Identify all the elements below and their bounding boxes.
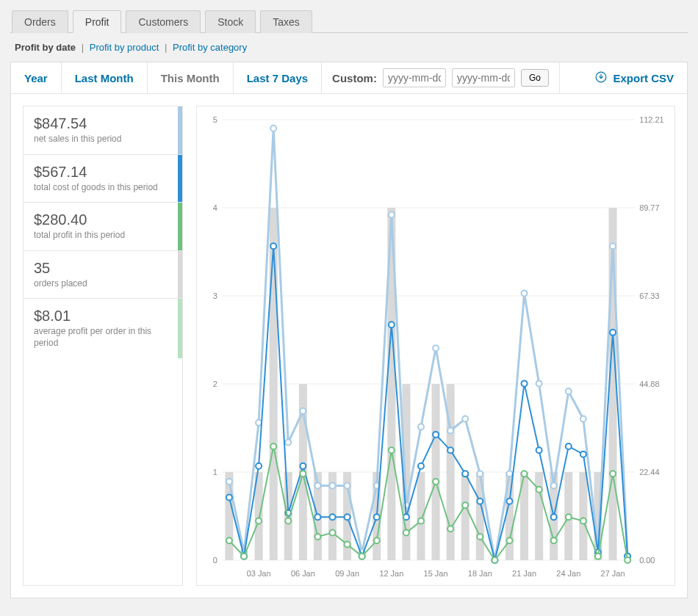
svg-point-124	[403, 530, 409, 536]
stat-color-bar	[178, 251, 182, 299]
svg-point-56	[226, 479, 232, 485]
tab-profit[interactable]: Profit	[73, 10, 122, 33]
custom-go-button[interactable]: Go	[521, 69, 549, 87]
stat-item[interactable]: 35orders placed	[24, 251, 182, 300]
range-tab-last-7-days[interactable]: Last 7 Days	[234, 62, 322, 93]
subnav-current: Profit by date	[15, 42, 76, 53]
stat-label: total profit in this period	[34, 230, 168, 242]
report-panel: YearLast MonthThis MonthLast 7 Days Cust…	[10, 62, 688, 598]
svg-text:89.77: 89.77	[639, 203, 659, 212]
svg-point-134	[551, 537, 557, 543]
svg-point-103	[506, 499, 512, 504]
stat-item[interactable]: $8.01average profit per order in this pe…	[24, 299, 182, 358]
svg-point-62	[314, 482, 320, 488]
svg-point-133	[536, 487, 542, 493]
svg-text:06 Jan: 06 Jan	[291, 569, 315, 578]
svg-point-120	[345, 542, 350, 548]
svg-point-114	[256, 518, 262, 524]
svg-point-60	[285, 440, 291, 446]
report-tabs: OrdersProfitCustomersStockTaxes	[10, 10, 688, 33]
svg-point-116	[285, 518, 291, 524]
stat-label: total cost of goods in this period	[34, 182, 168, 194]
svg-point-121	[359, 554, 365, 559]
svg-text:22.44: 22.44	[639, 468, 659, 477]
svg-point-97	[418, 463, 424, 469]
range-tab-year[interactable]: Year	[11, 62, 62, 93]
svg-point-71	[447, 428, 453, 434]
svg-point-72	[462, 416, 468, 422]
svg-point-64	[345, 482, 350, 488]
svg-point-126	[433, 479, 439, 485]
tab-taxes[interactable]: Taxes	[260, 10, 312, 33]
svg-point-135	[566, 514, 572, 520]
svg-point-70	[433, 345, 439, 351]
stat-item[interactable]: $280.40total profit in this period	[24, 203, 182, 251]
svg-text:1: 1	[213, 468, 217, 477]
svg-rect-42	[432, 384, 440, 560]
subnav-by-category[interactable]: Profit by category	[173, 42, 247, 53]
svg-point-129	[477, 534, 483, 540]
separator: |	[82, 42, 84, 53]
svg-text:67.33: 67.33	[639, 291, 659, 300]
svg-point-95	[389, 322, 395, 327]
svg-point-122	[374, 537, 380, 543]
svg-text:12 Jan: 12 Jan	[379, 569, 403, 578]
stat-label: net sales in this period	[34, 134, 168, 145]
svg-text:15 Jan: 15 Jan	[424, 569, 448, 578]
svg-point-101	[477, 499, 483, 504]
svg-text:5: 5	[213, 115, 217, 124]
svg-point-94	[374, 514, 380, 520]
svg-point-112	[226, 537, 232, 543]
svg-text:27 Jan: 27 Jan	[601, 569, 625, 578]
svg-point-87	[270, 243, 276, 249]
svg-point-106	[551, 514, 557, 520]
svg-point-76	[522, 290, 528, 296]
subnav-by-product[interactable]: Profit by product	[90, 42, 159, 53]
export-csv-button[interactable]: Export CSV	[582, 62, 687, 93]
range-tab-last-month[interactable]: Last Month	[62, 62, 148, 93]
svg-text:2: 2	[213, 380, 217, 388]
download-icon	[595, 71, 607, 85]
svg-text:18 Jan: 18 Jan	[468, 569, 492, 578]
svg-point-80	[580, 416, 586, 422]
stat-color-bar	[178, 155, 182, 203]
svg-text:112.21: 112.21	[639, 115, 664, 124]
stat-value: 35	[34, 260, 168, 277]
range-tab-this-month[interactable]: This Month	[148, 62, 234, 93]
stat-item[interactable]: $567.14total cost of goods in this perio…	[24, 155, 182, 203]
stat-label: average profit per order in this period	[34, 326, 168, 349]
svg-point-117	[300, 471, 306, 477]
svg-point-125	[418, 518, 424, 524]
custom-label: Custom:	[332, 72, 377, 84]
tab-stock[interactable]: Stock	[205, 10, 256, 33]
stat-value: $8.01	[34, 308, 168, 325]
svg-text:21 Jan: 21 Jan	[512, 569, 536, 578]
svg-point-99	[447, 447, 453, 453]
svg-text:4: 4	[213, 203, 217, 212]
profit-subnav: Profit by date | Profit by product | Pro…	[10, 33, 688, 62]
svg-point-127	[447, 526, 453, 532]
date-range-bar: YearLast MonthThis MonthLast 7 Days Cust…	[11, 62, 687, 94]
stat-color-bar	[178, 106, 182, 154]
tab-orders[interactable]: Orders	[12, 10, 68, 33]
svg-point-118	[314, 534, 320, 540]
stat-label: orders placed	[34, 278, 168, 290]
profit-chart: 0123450.0022.4444.8867.3389.77112.2103 J…	[196, 106, 675, 586]
export-csv-label: Export CSV	[613, 72, 674, 84]
svg-point-91	[330, 514, 336, 520]
svg-point-67	[389, 211, 395, 217]
svg-point-82	[610, 243, 616, 249]
summary-stats: $847.54net sales in this period$567.14to…	[23, 106, 183, 586]
svg-rect-41	[417, 472, 425, 560]
stat-item[interactable]: $847.54net sales in this period	[24, 106, 182, 155]
tab-customers[interactable]: Customers	[126, 10, 201, 33]
svg-point-63	[330, 482, 336, 488]
svg-point-138	[610, 471, 616, 477]
svg-point-73	[477, 471, 483, 477]
custom-date-from[interactable]	[383, 68, 446, 87]
svg-point-131	[506, 537, 512, 543]
svg-point-90	[314, 514, 320, 520]
custom-date-to[interactable]	[452, 68, 515, 87]
svg-point-115	[270, 443, 276, 449]
svg-text:0: 0	[213, 556, 217, 565]
